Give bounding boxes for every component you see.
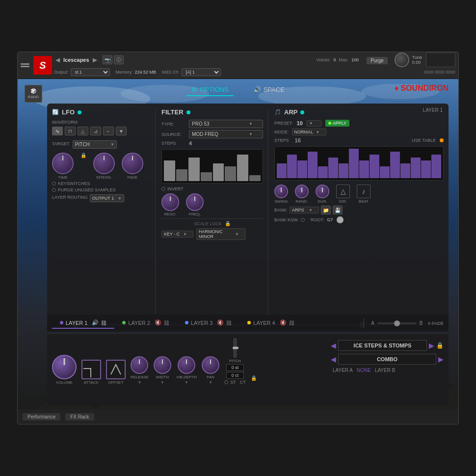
save-icon[interactable]: 💾 xyxy=(333,206,343,214)
harmonic-dropdown[interactable]: HARMONIC MINOR ▼ xyxy=(196,228,245,240)
bank-dropdown[interactable]: ARPS ▼ xyxy=(290,207,319,213)
folder-icon[interactable]: 📁 xyxy=(321,206,331,214)
keyswitches-check[interactable] xyxy=(52,182,56,185)
dir-label: DIR. xyxy=(339,199,347,204)
beat-button[interactable]: ♪ xyxy=(357,185,370,198)
layer-tab-1[interactable]: LAYER 1 🔊 ⛓ xyxy=(52,317,114,329)
type-dropdown[interactable]: PRO 53 ▼ xyxy=(189,120,263,128)
rand-knob[interactable] xyxy=(295,185,309,198)
lfo-knobs: TIME 🔒 INTENS. FADE xyxy=(52,153,150,180)
dur-knob[interactable] xyxy=(316,185,329,198)
volume-knob[interactable] xyxy=(52,355,77,379)
freq-knob-group: FREQ. xyxy=(186,193,204,216)
filter-type-row: TYPE: PRO 53 ▼ xyxy=(161,120,263,128)
target-label: TARGET xyxy=(52,141,70,146)
use-table-label: USE TABLE xyxy=(412,138,436,143)
nav-right-arrow[interactable]: ▶ xyxy=(91,56,99,63)
pitch-slider[interactable] xyxy=(234,338,237,358)
wave-pulse[interactable]: ⌐ xyxy=(103,127,114,135)
layer-tab-4[interactable]: LAYER 4 🔇 ⛓ xyxy=(239,317,302,329)
steps-arp-value: 16 xyxy=(295,137,301,143)
patch-panel: ◀ ICE STEPS & STOMPS ▶ 🔒 ◀ COMBO ▶ LAYER… xyxy=(331,338,444,373)
source-label: SOURCE: xyxy=(161,132,186,137)
offset-display[interactable] xyxy=(106,360,126,379)
wave-tri[interactable]: △ xyxy=(78,127,88,135)
freq-knob[interactable] xyxy=(186,193,204,211)
reso-knob-group: RESO. xyxy=(161,193,179,216)
mode-label: MODE: xyxy=(274,130,289,134)
key-dropdown[interactable]: KEY - C ▼ xyxy=(161,231,193,238)
layer-routing-dropdown[interactable]: OUTPUT 1 ▼ xyxy=(90,194,124,202)
layer-a-label: LAYER A xyxy=(333,368,353,373)
midi-select[interactable]: [A] 1 xyxy=(182,68,221,76)
space-icon: 🔊 xyxy=(253,86,261,93)
attack-display[interactable] xyxy=(81,360,101,379)
use-table-indicator[interactable] xyxy=(440,138,444,142)
layer-tab-2[interactable]: LAYER 2 🔇 ⛓ xyxy=(114,317,177,329)
xfade-slider[interactable] xyxy=(377,322,417,324)
swing-knob[interactable] xyxy=(274,185,288,198)
intens-knob[interactable] xyxy=(93,153,115,174)
purge-check[interactable] xyxy=(52,188,56,192)
pitch-group: PITCH 0 st 0 ct ST CT xyxy=(224,338,246,385)
invert-label: INVERT xyxy=(167,186,184,191)
st-check[interactable] xyxy=(224,380,228,384)
wave-sawtooth[interactable]: ⊿ xyxy=(90,127,101,135)
purge-button[interactable]: Purge xyxy=(367,57,388,64)
mode-dropdown[interactable]: NORMAL ▼ xyxy=(292,129,326,135)
gear-icon: ⚙ xyxy=(191,86,197,93)
release-knob[interactable] xyxy=(131,356,148,374)
wave-dropdown[interactable]: ▼ xyxy=(116,127,127,135)
purge-row: PURGE UNUSED SAMPLES xyxy=(52,187,150,192)
nav-left-arrow[interactable]: ◀ xyxy=(54,56,61,63)
layer1-speaker-icon: 🔊 xyxy=(92,319,99,326)
output-label: Output: xyxy=(54,70,69,75)
filter-steps-bars[interactable] xyxy=(161,149,263,184)
source-dropdown[interactable]: MOD FREQ ▼ xyxy=(189,130,263,138)
wave-sine[interactable]: ∿ xyxy=(52,127,63,135)
fx-rack-tab[interactable]: FX Rack xyxy=(65,413,94,421)
xfade-label: X-FADE xyxy=(427,321,444,326)
width-knob[interactable] xyxy=(154,356,171,374)
output-select[interactable]: st.1 xyxy=(71,68,110,76)
invert-check[interactable] xyxy=(161,187,165,191)
offset-label: OFFSET xyxy=(108,380,124,385)
arp-bars[interactable] xyxy=(274,146,444,181)
xfade-b-label: B xyxy=(420,320,423,326)
target-dropdown[interactable]: PITCH ▼ xyxy=(73,140,117,149)
bank-ksw-label: BANK KSW: xyxy=(274,217,299,222)
invert-row: INVERT xyxy=(161,186,263,191)
layer-tab-3[interactable]: LAYER 3 🔇 ⛓ xyxy=(177,317,239,329)
vib-depth-knob[interactable] xyxy=(178,356,195,374)
patch2-prev-arrow[interactable]: ◀ xyxy=(331,355,336,363)
memory-value: 224.52 MB xyxy=(135,70,157,75)
root-value: G7 xyxy=(327,217,333,222)
patch1-prev-arrow[interactable]: ◀ xyxy=(331,342,336,349)
dir-button[interactable]: △ xyxy=(336,185,350,198)
space-tab[interactable]: 🔊 SPACE xyxy=(248,84,290,96)
steps-arp-label: STEPS xyxy=(274,138,289,143)
options-tab[interactable]: ⚙ OPTIONS xyxy=(186,84,234,96)
bank-ksw-row: BANK KSW: ROOT: G7 xyxy=(274,216,444,223)
ct-label: CT xyxy=(240,380,246,385)
reso-knob[interactable] xyxy=(161,193,179,211)
main-panel: LAYER 1 🔄 LFO WAVEFORM ∿ ⊓ △ ⊿ xyxy=(47,104,449,329)
bank-ksw-check[interactable] xyxy=(301,218,305,222)
apply-button[interactable]: APPLY xyxy=(325,120,349,127)
fade-knob[interactable] xyxy=(122,153,143,174)
time-knob[interactable] xyxy=(52,153,74,174)
pan-knob[interactable] xyxy=(202,356,219,374)
patch2-next-arrow[interactable]: ▶ xyxy=(438,355,444,363)
top-bar: S ◀ Icescapes ▶ 📷 ⓘ Voices: 0 Max: 100 P… xyxy=(18,52,458,79)
performance-tab[interactable]: Performance xyxy=(23,413,60,421)
layer2-name: LAYER 2 xyxy=(128,320,150,326)
tune-knob[interactable] xyxy=(395,53,409,67)
mode-row: MODE: NORMAL ▼ xyxy=(274,129,444,135)
patch1-next-arrow[interactable]: ▶ xyxy=(429,342,434,349)
info-icon[interactable]: ⓘ xyxy=(114,55,124,64)
camera-icon[interactable]: 📷 xyxy=(103,55,112,64)
wave-square[interactable]: ⊓ xyxy=(65,127,76,135)
filter-indicator xyxy=(186,110,190,114)
time-label: TIME xyxy=(58,175,67,180)
preset-dropdown[interactable]: ▼ xyxy=(307,120,321,127)
